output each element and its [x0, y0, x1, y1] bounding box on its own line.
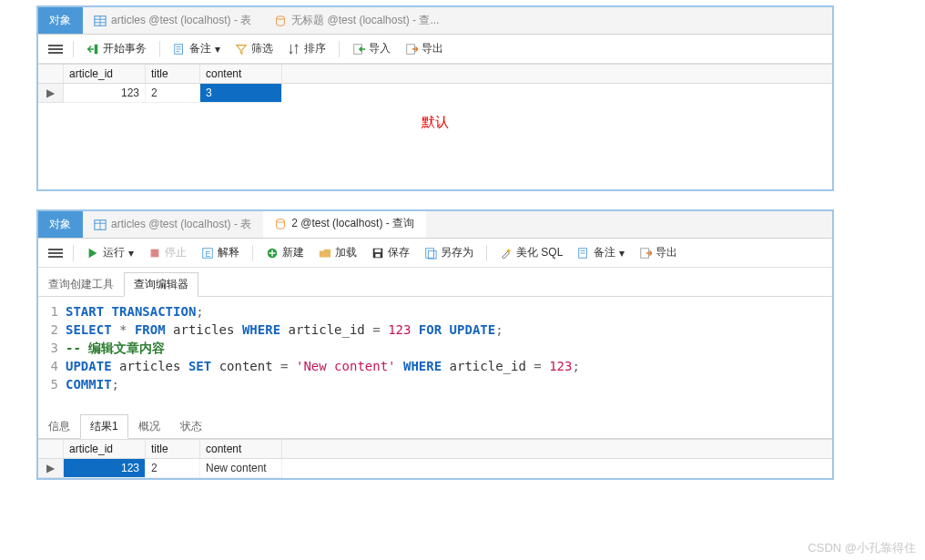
- table-row[interactable]: ▶ 123 2 3: [38, 84, 832, 103]
- result-tabs: 信息 结果1 概况 状态: [38, 413, 832, 439]
- subtab-editor[interactable]: 查询编辑器: [124, 272, 198, 297]
- cell-title[interactable]: 2: [146, 84, 200, 103]
- svg-rect-16: [151, 249, 159, 257]
- row-indicator-icon: ▶: [38, 459, 64, 478]
- cell-content[interactable]: New content: [200, 459, 282, 478]
- cell-content[interactable]: 3: [200, 84, 282, 103]
- cell-article-id[interactable]: 123: [64, 84, 146, 103]
- query-icon: [274, 218, 287, 230]
- explain-button[interactable]: E解释: [196, 242, 245, 263]
- result-grid-header: article_id title content: [38, 439, 832, 459]
- panel-query-view: 对象 articles @test (localhost) - 表 2 @tes…: [36, 209, 834, 480]
- export-button[interactable]: 导出: [400, 38, 449, 59]
- export-button[interactable]: 导出: [634, 242, 683, 263]
- result-tab-result1[interactable]: 结果1: [80, 414, 128, 439]
- svg-rect-5: [95, 44, 98, 54]
- col-article-id[interactable]: article_id: [64, 65, 146, 83]
- query-subtabs: 查询创建工具 查询编辑器: [38, 271, 832, 297]
- table-icon: [94, 15, 107, 27]
- col-content[interactable]: content: [200, 65, 282, 83]
- svg-text:E: E: [205, 249, 210, 258]
- svg-rect-23: [426, 248, 434, 258]
- svg-point-4: [277, 15, 285, 19]
- query-toolbar: 运行 ▾ 停止 E解释 新建 加载 保存 另存为 美化 SQL 备注 ▾ 导出: [38, 239, 832, 268]
- begin-transaction-button[interactable]: 开始事务: [81, 38, 152, 59]
- subtab-builder[interactable]: 查询创建工具: [38, 272, 124, 297]
- load-button[interactable]: 加载: [313, 242, 362, 263]
- tab-articles-table[interactable]: articles @test (localhost) - 表: [83, 7, 263, 34]
- stop-button: 停止: [143, 242, 192, 263]
- col-article-id[interactable]: article_id: [64, 440, 146, 458]
- menu-icon[interactable]: [46, 246, 66, 260]
- tab-objects[interactable]: 对象: [38, 7, 83, 34]
- svg-rect-22: [375, 253, 380, 257]
- result-tab-profile[interactable]: 概况: [128, 414, 170, 439]
- annotation-default: 默认: [38, 114, 832, 131]
- svg-rect-21: [375, 249, 381, 252]
- col-title[interactable]: title: [146, 65, 200, 83]
- memo-button[interactable]: 备注 ▾: [572, 242, 630, 263]
- query-icon: [274, 15, 287, 27]
- saveas-button[interactable]: 另存为: [419, 242, 479, 263]
- table-icon: [94, 219, 107, 231]
- tab-articles-table[interactable]: articles @test (localhost) - 表: [83, 211, 263, 238]
- tab-query-2[interactable]: 2 @test (localhost) - 查询: [263, 211, 426, 238]
- grid-header: article_id title content: [38, 64, 832, 84]
- memo-button[interactable]: 备注 ▾: [168, 38, 226, 59]
- result-tab-status[interactable]: 状态: [170, 414, 212, 439]
- menu-icon[interactable]: [46, 42, 66, 56]
- sql-editor[interactable]: 1START TRANSACTION; 2SELECT * FROM artic…: [38, 297, 832, 399]
- panel-table-view: 对象 articles @test (localhost) - 表 无标题 @t…: [36, 5, 834, 191]
- result-tab-info[interactable]: 信息: [38, 414, 80, 439]
- col-content[interactable]: content: [200, 440, 282, 458]
- tab-bar: 对象 articles @test (localhost) - 表 2 @tes…: [38, 211, 832, 239]
- sort-button[interactable]: 排序: [282, 38, 331, 59]
- filter-button[interactable]: 筛选: [229, 38, 279, 59]
- col-title[interactable]: title: [146, 440, 200, 458]
- run-button[interactable]: 运行 ▾: [81, 242, 139, 263]
- table-toolbar: 开始事务 备注 ▾ 筛选 排序 导入 导出: [38, 35, 832, 64]
- import-button[interactable]: 导入: [347, 38, 396, 59]
- tab-bar: 对象 articles @test (localhost) - 表 无标题 @t…: [38, 7, 832, 35]
- tab-untitled-query[interactable]: 无标题 @test (localhost) - 查...: [263, 7, 451, 34]
- save-button[interactable]: 保存: [366, 242, 415, 263]
- beautify-button[interactable]: 美化 SQL: [494, 242, 568, 263]
- table-row[interactable]: ▶ 123 2 New content: [38, 459, 832, 478]
- cell-title[interactable]: 2: [146, 459, 200, 478]
- cell-article-id[interactable]: 123: [64, 459, 146, 478]
- new-button[interactable]: 新建: [260, 242, 310, 263]
- svg-point-15: [277, 219, 285, 222]
- row-indicator-icon: ▶: [38, 84, 64, 103]
- tab-objects[interactable]: 对象: [38, 211, 83, 238]
